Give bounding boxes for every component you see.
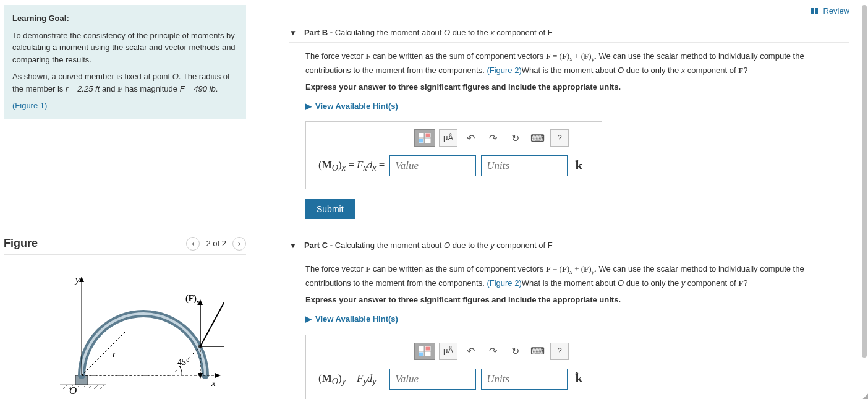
figure-2-link-b[interactable]: (Figure 2) bbox=[487, 66, 521, 75]
part-c-header[interactable]: ▼ Part C - Calculating the moment about … bbox=[289, 241, 849, 255]
figure-2-link-c[interactable]: (Figure 2) bbox=[487, 278, 521, 288]
learning-goal-header: Learning Goal: bbox=[12, 12, 237, 25]
figure-prev-button[interactable]: ‹ bbox=[186, 237, 200, 251]
svg-line-6 bbox=[94, 385, 98, 389]
svg-line-4 bbox=[82, 385, 86, 389]
svg-text:r: r bbox=[113, 349, 116, 359]
caret-down-icon: ▼ bbox=[289, 241, 297, 250]
part-b-body: The force vector F can be written as the… bbox=[305, 50, 849, 77]
svg-text:x: x bbox=[211, 378, 216, 388]
svg-rect-40 bbox=[419, 352, 423, 356]
svg-rect-35 bbox=[425, 133, 430, 137]
part-b-hints-toggle[interactable]: ▶ View Available Hint(s) bbox=[305, 100, 849, 113]
units-symbols-button[interactable]: μÅ bbox=[439, 129, 457, 147]
svg-marker-13 bbox=[215, 373, 221, 378]
redo-button[interactable]: ↷ bbox=[483, 343, 502, 360]
units-symbols-button[interactable]: μÅ bbox=[439, 343, 457, 360]
svg-rect-38 bbox=[419, 346, 423, 351]
part-c-instruction: Express your answer to three significant… bbox=[305, 294, 849, 307]
review-icon bbox=[811, 8, 819, 14]
templates-icon bbox=[419, 346, 431, 356]
figure-heading: Figure bbox=[4, 237, 38, 250]
review-link[interactable]: Review bbox=[811, 6, 849, 15]
svg-line-7 bbox=[100, 385, 104, 389]
caret-down-icon: ▼ bbox=[289, 28, 297, 37]
part-b-instruction: Express your answer to three significant… bbox=[305, 81, 849, 94]
svg-rect-34 bbox=[419, 133, 423, 137]
part-c-units-input[interactable] bbox=[481, 369, 568, 390]
part-b-answer-box: μÅ ↶ ↷ ↻ ⌨ ? (MO)x = Fxdx = k̂ bbox=[305, 121, 602, 189]
part-c-body: The force vector F can be written as the… bbox=[305, 263, 849, 290]
svg-rect-36 bbox=[419, 139, 423, 143]
help-button[interactable]: ? bbox=[550, 343, 569, 360]
svg-rect-37 bbox=[425, 139, 430, 143]
templates-button[interactable] bbox=[414, 343, 435, 360]
reset-button[interactable]: ↻ bbox=[506, 343, 524, 360]
svg-marker-10 bbox=[79, 277, 84, 282]
part-c-hints-toggle[interactable]: ▶ View Available Hint(s) bbox=[305, 313, 849, 326]
caret-right-icon: ▶ bbox=[305, 313, 312, 326]
part-c-lhs: (MO)y = Fydy = bbox=[318, 370, 385, 388]
k-hat: k̂ bbox=[572, 371, 582, 387]
redo-button[interactable]: ↷ bbox=[483, 129, 502, 147]
part-b-lhs: (MO)x = Fxdx = bbox=[318, 157, 385, 175]
help-button[interactable]: ? bbox=[550, 129, 569, 147]
keyboard-button[interactable]: ⌨ bbox=[528, 343, 547, 360]
caret-right-icon: ▶ bbox=[305, 100, 312, 113]
part-b-value-input[interactable] bbox=[389, 155, 476, 176]
svg-line-1 bbox=[63, 385, 67, 389]
part-c-value-input[interactable] bbox=[389, 369, 476, 390]
learning-goal-box: Learning Goal: To demonstrate the consis… bbox=[4, 5, 246, 119]
templates-icon bbox=[419, 133, 431, 143]
resize-handle-icon[interactable]: ◢ bbox=[862, 394, 867, 398]
k-hat: k̂ bbox=[572, 158, 582, 174]
learning-goal-p1: To demonstrate the consistency of the pr… bbox=[12, 30, 237, 66]
part-c-answer-box: μÅ ↶ ↷ ↻ ⌨ ? (MO)y = Fydy = k̂ bbox=[305, 335, 602, 399]
undo-button[interactable]: ↶ bbox=[461, 129, 480, 147]
figure-diagram: y x O r 45° bbox=[4, 267, 246, 400]
part-b-header[interactable]: ▼ Part B - Calculating the moment about … bbox=[289, 28, 849, 43]
svg-rect-41 bbox=[425, 352, 430, 356]
part-b-units-input[interactable] bbox=[481, 155, 568, 176]
keyboard-button[interactable]: ⌨ bbox=[528, 129, 547, 147]
svg-rect-39 bbox=[425, 346, 430, 351]
templates-button[interactable] bbox=[414, 129, 435, 147]
scrollbar[interactable] bbox=[862, 5, 867, 394]
svg-text:45°: 45° bbox=[177, 358, 190, 367]
figure-counter: 2 of 2 bbox=[206, 239, 226, 248]
svg-text:y: y bbox=[74, 275, 80, 285]
svg-text:O: O bbox=[69, 385, 77, 397]
undo-button[interactable]: ↶ bbox=[461, 343, 480, 360]
figure-next-button[interactable]: › bbox=[232, 237, 246, 251]
learning-goal-p2: As shown, a curved member is fixed at po… bbox=[12, 71, 237, 95]
figure-1-link[interactable]: (Figure 1) bbox=[12, 101, 47, 110]
reset-button[interactable]: ↻ bbox=[506, 129, 524, 147]
scrollbar-thumb[interactable] bbox=[862, 5, 867, 358]
svg-line-23 bbox=[200, 286, 224, 346]
part-b-submit-button[interactable]: Submit bbox=[305, 199, 355, 219]
svg-text:(F)y: (F)y bbox=[185, 294, 200, 305]
svg-line-5 bbox=[88, 385, 92, 389]
